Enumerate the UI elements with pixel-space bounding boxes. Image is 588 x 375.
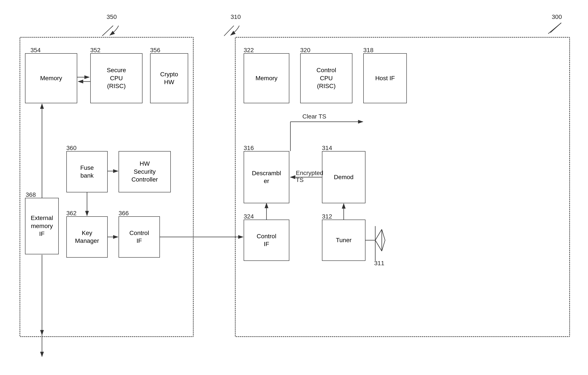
host-if-box: Host IF [363, 53, 407, 103]
control-if-right-box: ControlIF [244, 220, 289, 261]
crypto-hw-label: CryptoHW [160, 71, 178, 86]
ref-360: 360 [66, 145, 77, 152]
encrypted-ts-label: EncryptedTS [296, 170, 323, 183]
control-if-right-label: ControlIF [257, 232, 276, 248]
ref-362: 362 [66, 210, 77, 217]
tuner-label: Tuner [336, 236, 352, 244]
ref-311: 311 [374, 260, 384, 267]
svg-line-25 [550, 23, 561, 33]
control-cpu-label: ControlCPU(RISC) [316, 66, 336, 90]
fuse-bank-box: Fusebank [66, 151, 108, 193]
hw-security-label: HWSecurityController [131, 160, 158, 183]
demod-box: Demod [322, 151, 366, 203]
svg-line-2 [102, 26, 113, 36]
ref-352: 352 [90, 47, 101, 54]
control-cpu-box: ControlCPU(RISC) [300, 53, 352, 103]
memory-354-box: Memory [25, 53, 77, 103]
secure-cpu-label: SecureCPU(RISC) [107, 66, 126, 90]
fuse-bank-label: Fusebank [80, 164, 94, 180]
descrambler-label: Descrambler [252, 169, 281, 185]
ref-354: 354 [31, 47, 41, 54]
ref-314: 314 [322, 145, 332, 152]
ext-mem-if-box: ExternalmemoryIF [25, 198, 59, 254]
host-if-label: Host IF [375, 74, 395, 82]
svg-line-0 [548, 23, 561, 34]
ref-316: 316 [244, 145, 254, 152]
ref-310: 310 [231, 13, 241, 20]
demod-label: Demod [334, 173, 354, 181]
crypto-hw-box: CryptoHW [150, 53, 188, 103]
descrambler-box: Descrambler [244, 151, 289, 203]
ref-324: 324 [244, 213, 254, 220]
secure-cpu-box: SecureCPU(RISC) [90, 53, 143, 103]
ref-356: 356 [150, 47, 160, 54]
memory-322-box: Memory [244, 53, 289, 103]
control-if-left-label: ControlIF [129, 229, 149, 245]
ref-312: 312 [322, 213, 332, 220]
diagram-container: 300 310 350 354 Memory 352 SecureCPU(RIS… [0, 0, 588, 375]
key-manager-box: KeyManager [66, 216, 108, 258]
ref-366: 366 [119, 210, 129, 217]
ref-368: 368 [26, 191, 36, 198]
tuner-box: Tuner [322, 220, 366, 261]
hw-security-box: HWSecurityController [119, 151, 171, 193]
ref-318: 318 [363, 47, 374, 54]
control-if-left-box: ControlIF [119, 216, 160, 258]
ext-mem-if-label: ExternalmemoryIF [31, 214, 53, 238]
memory-354-label: Memory [40, 74, 62, 82]
ref-322: 322 [244, 47, 254, 54]
svg-line-1 [224, 26, 234, 36]
ref-300: 300 [552, 13, 562, 20]
key-manager-label: KeyManager [75, 229, 99, 245]
memory-322-label: Memory [255, 74, 277, 82]
ref-350: 350 [107, 13, 117, 20]
clear-ts-label: Clear TS [302, 113, 326, 120]
ref-320: 320 [300, 47, 310, 54]
